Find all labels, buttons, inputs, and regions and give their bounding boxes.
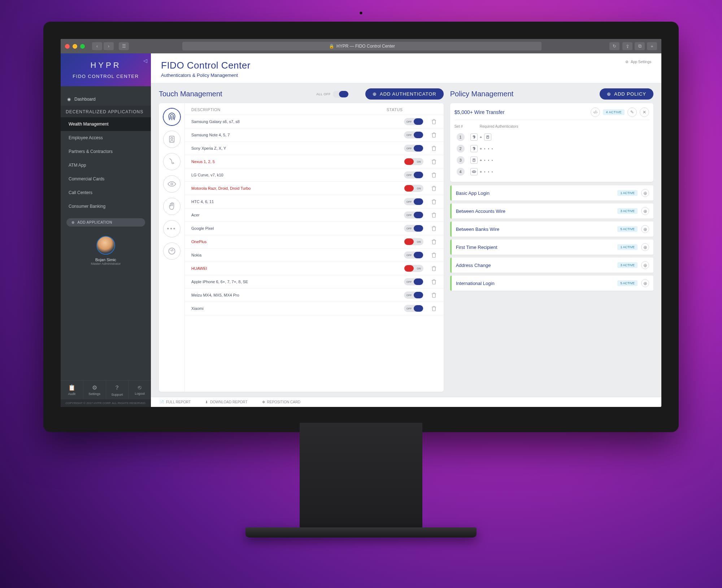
sidebar-toggle-icon[interactable]: ☰ [119, 42, 129, 50]
trash-icon[interactable] [431, 265, 437, 272]
device-name: Acer [191, 213, 404, 217]
device-toggle[interactable]: OFF [404, 198, 423, 205]
palm-icon[interactable] [163, 198, 180, 215]
full-report-button[interactable]: 📄FULL REPORT [160, 400, 191, 404]
policy-list-badge: 5 ACTIVE [617, 226, 638, 232]
sidebar-app-item[interactable]: Consumer Banking [61, 199, 151, 213]
add-application-button[interactable]: ⊕ ADD APPLICATION [66, 218, 145, 227]
app-settings-button[interactable]: ⚙ App Settings [625, 60, 651, 64]
expand-icon[interactable]: ⊕ [641, 207, 649, 215]
logout-button[interactable]: ⎋Logout [129, 381, 151, 399]
expand-icon[interactable]: ⊕ [641, 279, 649, 287]
policy-list-item[interactable]: First Time Recipient1 ACTIVE⊕ [450, 240, 653, 255]
more-icon[interactable]: ••• [163, 220, 180, 237]
all-off-toggle[interactable] [333, 91, 349, 98]
download-report-button[interactable]: ⬇DOWNLOAD REPORT [205, 400, 247, 404]
policy-list-item[interactable]: International Login5 ACTIVE⊕ [450, 276, 653, 291]
device-toggle[interactable]: OFF [404, 131, 423, 139]
trash-icon[interactable] [431, 145, 437, 152]
device-toggle[interactable]: OFF [404, 171, 423, 179]
trash-icon[interactable] [431, 252, 437, 258]
device-toggle[interactable]: ON [404, 158, 423, 165]
edit-icon[interactable]: ✎ [627, 107, 637, 117]
trash-icon[interactable] [431, 158, 437, 165]
trash-icon[interactable] [431, 118, 437, 125]
trash-icon[interactable] [431, 305, 437, 312]
add-authenticator-button[interactable]: ⊕ ADD AUTHENTICATOR [365, 88, 444, 100]
move-icon: ✥ [262, 400, 265, 404]
sidebar-app-item[interactable]: Employee Access [61, 131, 151, 145]
url-bar[interactable]: 🔒 HYPR — FIDO Control Center [182, 42, 542, 51]
device-toggle[interactable]: OFF [404, 145, 423, 152]
brain-icon[interactable] [163, 242, 180, 260]
device-toggle[interactable]: ON [404, 238, 423, 245]
back-button[interactable]: ‹ [92, 42, 102, 50]
policy-list-item[interactable]: Between Accounts Wire3 ACTIVE⊕ [450, 203, 653, 219]
tabs-icon[interactable]: ⧉ [635, 42, 645, 50]
expand-icon[interactable]: ⊕ [641, 243, 649, 251]
device-toggle[interactable]: OFF [404, 211, 423, 219]
gear-icon: ⚙ [625, 60, 629, 64]
device-row: OnePlusON [185, 235, 444, 249]
sidebar-app-item[interactable]: ATM App [61, 158, 151, 172]
sidebar-app-item[interactable]: Commercial Cards [61, 172, 151, 186]
policy-set-row: 4+ [454, 166, 649, 177]
trash-icon[interactable] [431, 132, 437, 138]
collapse-sidebar-icon[interactable]: ◁ [143, 58, 147, 63]
trash-icon[interactable] [431, 278, 437, 285]
sidebar-app-item[interactable]: Partners & Contractors [61, 145, 151, 158]
device-toggle[interactable]: OFF [404, 118, 423, 125]
close-window-icon[interactable] [65, 44, 70, 49]
device-toggle[interactable]: OFF [404, 225, 423, 232]
expand-icon[interactable]: ⊕ [641, 189, 649, 197]
trash-icon[interactable] [431, 225, 437, 232]
reposition-card-button[interactable]: ✥REPOSITION CARD [262, 400, 301, 404]
sidebar-app-item[interactable]: Call Centers [61, 186, 151, 199]
device-row: Sony Xperia Z, X, YOFF [185, 142, 444, 155]
voice-icon[interactable] [163, 153, 180, 170]
fingerprint-icon[interactable] [163, 108, 180, 126]
sidebar-app-item[interactable]: Wealth Management [61, 117, 151, 131]
trash-icon[interactable] [431, 185, 437, 192]
add-policy-button[interactable]: ⊕ ADD POLICY [600, 88, 653, 100]
main-footer: 📄FULL REPORT ⬇DOWNLOAD REPORT ✥REPOSITIO… [151, 397, 661, 407]
support-button[interactable]: ？Support [106, 381, 129, 399]
avatar[interactable] [96, 236, 115, 255]
share-icon[interactable]: ⇪ [622, 42, 632, 50]
expand-icon[interactable]: ⊕ [641, 261, 649, 269]
policy-list-item[interactable]: Between Banks Wire5 ACTIVE⊕ [450, 221, 653, 237]
expand-icon[interactable]: ⊕ [641, 225, 649, 233]
device-toggle[interactable]: OFF [404, 291, 423, 299]
trash-icon[interactable] [431, 172, 437, 178]
forward-button[interactable]: › [104, 42, 114, 50]
device-toggle[interactable]: OFF [404, 278, 423, 285]
code-icon[interactable]: ‹/› [591, 107, 600, 117]
trash-icon[interactable] [431, 212, 437, 218]
device-row: HUAWEION [185, 262, 444, 275]
reload-button[interactable]: ↻ [609, 42, 619, 50]
trash-icon[interactable] [431, 198, 437, 205]
face-icon[interactable] [163, 131, 180, 148]
audit-button[interactable]: 📋Audit [61, 381, 83, 399]
settings-button[interactable]: ⚙Settings [83, 381, 106, 399]
minimize-window-icon[interactable] [73, 44, 77, 49]
url-text: HYPR — FIDO Control Center [336, 44, 395, 49]
device-toggle[interactable]: OFF [404, 251, 423, 259]
device-toggle[interactable]: ON [404, 265, 423, 272]
policy-list-item[interactable]: Basic App Login1 ACTIVE⊕ [450, 185, 653, 201]
device-toggle[interactable]: OFF [404, 305, 423, 312]
trash-icon[interactable] [431, 238, 437, 245]
policy-list-item[interactable]: Address Change3 ACTIVE⊕ [450, 258, 653, 273]
maximize-window-icon[interactable] [80, 44, 85, 49]
device-name: Samsung Note 4, 5, 7 [191, 133, 404, 137]
trash-icon[interactable] [431, 292, 437, 298]
close-icon[interactable]: ✕ [640, 107, 649, 117]
policy-list-badge: 3 ACTIVE [617, 208, 638, 214]
eye-icon[interactable] [163, 175, 180, 193]
policy-management-column: Policy Management ⊕ ADD POLICY $5,000+ W… [450, 88, 653, 392]
new-tab-icon[interactable]: + [647, 42, 657, 50]
logout-icon: ⎋ [130, 384, 149, 391]
profile-block: Bojan Simic Master Administrator [61, 232, 151, 268]
device-toggle[interactable]: ON [404, 185, 423, 192]
sidebar-dashboard[interactable]: ◉ Dashboard [61, 93, 151, 106]
